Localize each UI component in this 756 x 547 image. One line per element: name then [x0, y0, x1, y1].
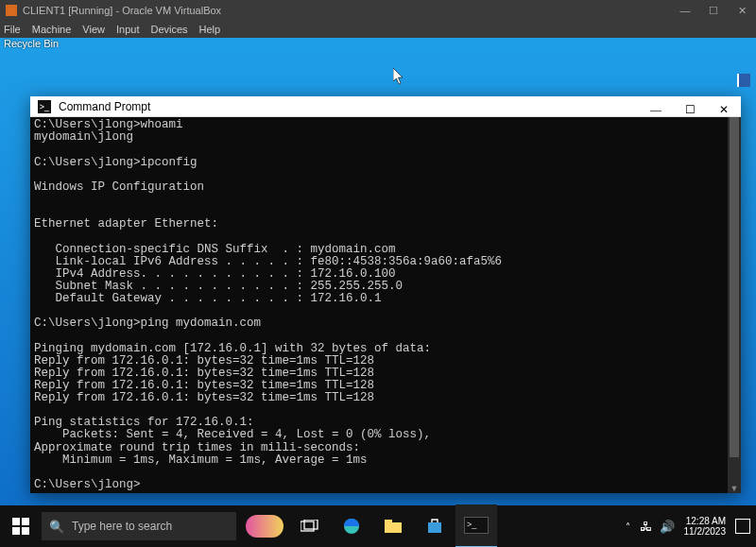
search-icon: 🔍 [49, 520, 64, 534]
taskbar-edge-button[interactable] [331, 505, 372, 547]
tray-clock[interactable]: 12:28 AM 11/2/2023 [684, 516, 727, 538]
tray-time: 12:28 AM [684, 516, 727, 527]
svg-rect-3 [22, 527, 29, 535]
vbox-menu-help[interactable]: Help [199, 24, 221, 35]
start-button[interactable] [0, 505, 42, 547]
taskbar-store-button[interactable] [414, 505, 455, 547]
taskbar-widget-icon[interactable] [240, 505, 289, 547]
command-prompt-scrollbar[interactable]: ▲ ▼ [728, 117, 741, 493]
command-prompt-taskbar-icon: >_ [464, 517, 489, 534]
command-prompt-window[interactable]: >_ Command Prompt — ☐ ✕ C:\Users\jlong>w… [30, 96, 741, 493]
recycle-bin-icon[interactable]: Recycle Bin [4, 38, 59, 49]
action-center-icon[interactable] [735, 519, 750, 534]
tray-date: 11/2/2023 [684, 526, 727, 538]
command-prompt-titlebar[interactable]: >_ Command Prompt — ☐ ✕ [30, 96, 741, 117]
vbox-menu-input[interactable]: Input [116, 24, 139, 35]
tray-network-icon[interactable]: 🖧 [640, 520, 652, 534]
task-view-icon [301, 520, 319, 533]
command-prompt-icon: >_ [38, 100, 51, 113]
taskbar-search[interactable]: 🔍 Type here to search [42, 512, 236, 540]
mouse-cursor-icon [393, 68, 406, 88]
vbox-close-button[interactable]: ✕ [728, 0, 756, 21]
vbox-maximize-button[interactable]: ☐ [699, 0, 728, 21]
taskbar: 🔍 Type here to search >_ ˄ 🖧 🔊 12:28 AM … [0, 505, 756, 547]
windows-logo-icon [12, 518, 29, 535]
task-view-button[interactable] [289, 505, 331, 547]
taskbar-command-prompt-button[interactable]: >_ [455, 504, 497, 547]
file-explorer-icon [385, 520, 402, 533]
vbox-minimize-button[interactable]: — [671, 0, 699, 21]
scroll-down-icon[interactable]: ▼ [728, 482, 741, 495]
search-placeholder: Type here to search [72, 520, 172, 533]
virtualbox-title-text: CLIENT1 [Running] - Oracle VM VirtualBox [23, 5, 221, 16]
vbox-menu-devices[interactable]: Devices [150, 24, 187, 35]
svg-rect-2 [12, 527, 20, 535]
desktop-side-badge [737, 74, 750, 87]
taskbar-explorer-button[interactable] [372, 505, 414, 547]
edge-icon [342, 517, 361, 536]
store-icon [426, 518, 443, 535]
guest-desktop[interactable]: Recycle Bin >_ Command Prompt — ☐ ✕ C:\U… [0, 38, 756, 505]
svg-rect-7 [428, 522, 441, 533]
vbox-menu-view[interactable]: View [82, 24, 105, 35]
cmd-maximize-button[interactable]: ☐ [673, 96, 707, 123]
vbox-menu-machine[interactable]: Machine [32, 24, 72, 35]
tray-chevron-up-icon[interactable]: ˄ [626, 521, 630, 532]
command-prompt-title-text: Command Prompt [59, 100, 150, 113]
virtualbox-icon [6, 5, 17, 16]
system-tray: ˄ 🖧 🔊 12:28 AM 11/2/2023 [626, 505, 751, 547]
virtualbox-menubar: File Machine View Input Devices Help [0, 21, 756, 38]
command-prompt-output[interactable]: C:\Users\jlong>whoami mydomain\jlong C:\… [30, 117, 728, 493]
virtualbox-titlebar: CLIENT1 [Running] - Oracle VM VirtualBox… [0, 0, 756, 21]
vbox-menu-file[interactable]: File [4, 24, 21, 35]
svg-rect-1 [22, 518, 29, 525]
cmd-minimize-button[interactable]: — [639, 96, 673, 123]
svg-rect-0 [12, 518, 20, 525]
scroll-thumb[interactable] [730, 117, 739, 457]
recycle-bin-label: Recycle Bin [4, 38, 59, 49]
tray-volume-icon[interactable]: 🔊 [660, 520, 675, 534]
